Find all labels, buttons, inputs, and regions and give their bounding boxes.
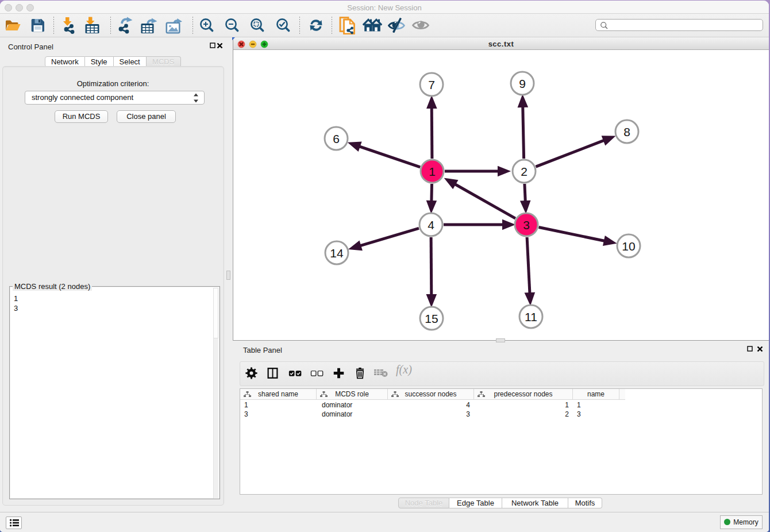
svg-text:11: 11 [525, 310, 537, 323]
svg-text:8: 8 [623, 125, 630, 138]
svg-text:15: 15 [425, 312, 438, 325]
svg-text:9: 9 [519, 77, 526, 90]
svg-text:10: 10 [622, 240, 635, 253]
svg-text:14: 14 [330, 246, 344, 260]
svg-text:1: 1 [429, 165, 436, 178]
svg-text:2: 2 [521, 165, 528, 178]
svg-text:7: 7 [428, 78, 435, 91]
svg-text:4: 4 [428, 218, 434, 232]
svg-text:6: 6 [333, 132, 340, 145]
svg-text:3: 3 [523, 218, 530, 232]
